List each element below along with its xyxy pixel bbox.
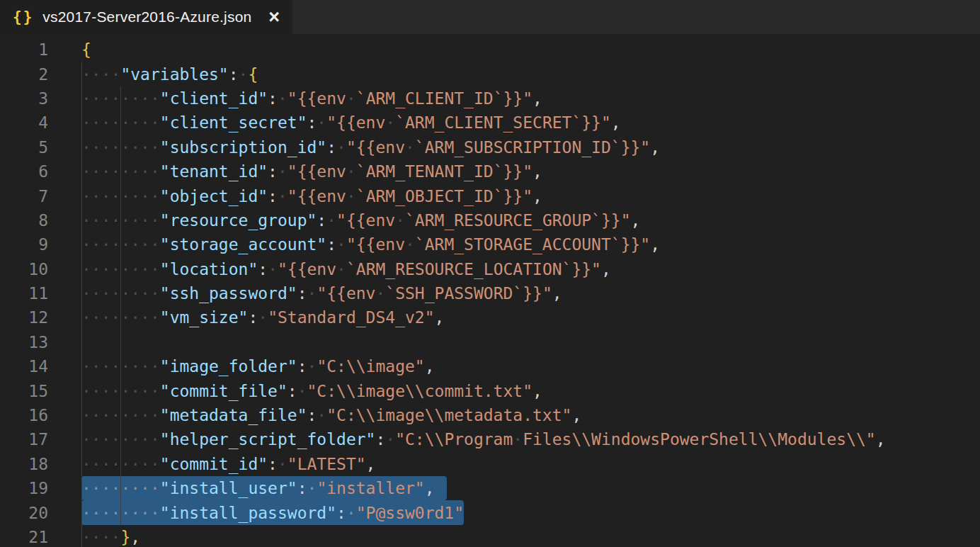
line-number[interactable]: 4 xyxy=(0,113,48,132)
code-line-text[interactable]: ········"client_id":·"{{env·`ARM_CLIENT_… xyxy=(81,86,542,111)
code-editor[interactable]: 1{2····"variables":·{3········"client_id… xyxy=(0,34,980,547)
token-ws: ········ xyxy=(81,89,160,108)
token-pun: : xyxy=(268,455,278,473)
code-line-text[interactable]: ····"variables":·{ xyxy=(81,62,258,86)
token-ws: ········ xyxy=(81,162,160,181)
line-number[interactable]: 5 xyxy=(0,138,48,157)
code-line-text[interactable]: ········"image_folder":·"C:\\image", xyxy=(81,354,435,378)
code-line-text[interactable]: ········"commit_file":·"C:\\image\\commi… xyxy=(81,378,542,402)
line-number[interactable]: 7 xyxy=(0,187,48,205)
code-line-text[interactable]: ········"vm_size":·"Standard_DS4_v2", xyxy=(81,305,444,329)
code-line[interactable]: 5········"subscription_id":·"{{env·`ARM_… xyxy=(0,135,980,159)
line-number[interactable]: 15 xyxy=(0,382,48,400)
code-line-text[interactable]: ····}, xyxy=(81,525,140,547)
token-brace: { xyxy=(81,40,91,59)
line-number[interactable]: 10 xyxy=(0,260,48,278)
code-line[interactable]: 6········"tenant_id":·"{{env·`ARM_TENANT… xyxy=(0,159,980,184)
code-line[interactable]: 18········"commit_id":·"LATEST", xyxy=(0,452,980,476)
code-line-text[interactable]: ········"location":·"{{env·`ARM_RESOURCE… xyxy=(81,257,611,281)
line-number[interactable]: 17 xyxy=(0,430,48,449)
code-line[interactable]: 17········"helper_script_folder":·"C:\\P… xyxy=(0,427,980,451)
token-pun: , xyxy=(425,479,435,497)
code-line[interactable]: 3········"client_id":·"{{env·`ARM_CLIENT… xyxy=(0,86,980,111)
tab-bar: {} vs2017-Server2016-Azure.json × xyxy=(0,0,980,34)
code-line[interactable]: 14········"image_folder":·"C:\\image", xyxy=(0,354,980,378)
token-str: "{{env xyxy=(336,211,395,230)
code-line[interactable]: 16········"metadata_file":·"C:\\image\\m… xyxy=(0,403,980,427)
token-str: "{{env xyxy=(346,138,405,157)
token-ws: · xyxy=(375,284,385,303)
token-ws: · xyxy=(346,89,356,108)
token-pun: , xyxy=(631,211,641,230)
token-pun: , xyxy=(532,187,542,205)
line-number[interactable]: 19 xyxy=(0,479,48,497)
code-line[interactable]: 21····}, xyxy=(0,525,980,547)
code-line[interactable]: 8········"resource_group":·"{{env·`ARM_R… xyxy=(0,208,980,232)
code-line[interactable]: 15········"commit_file":·"C:\\image\\com… xyxy=(0,378,980,402)
line-number[interactable]: 12 xyxy=(0,308,48,327)
code-line[interactable]: 10········"location":·"{{env·`ARM_RESOUR… xyxy=(0,257,980,281)
line-number[interactable]: 8 xyxy=(0,211,48,230)
code-line[interactable]: 1{ xyxy=(0,38,980,62)
token-ws: · xyxy=(268,260,278,278)
token-str: `ARM_RESOURCE_GROUP`}}" xyxy=(405,211,631,230)
code-line[interactable]: 7········"object_id":·"{{env·`ARM_OBJECT… xyxy=(0,184,980,208)
token-pun: : xyxy=(248,308,258,327)
line-number[interactable]: 13 xyxy=(0,333,48,351)
code-line[interactable]: 9········"storage_account":·"{{env·`ARM_… xyxy=(0,232,980,256)
code-line[interactable]: 4········"client_secret":·"{{env·`ARM_CL… xyxy=(0,111,980,135)
line-number[interactable]: 14 xyxy=(0,357,48,376)
code-line-text[interactable]: ········"commit_id":·"LATEST", xyxy=(81,452,375,476)
code-line[interactable]: 19········"install_user":·"installer", xyxy=(0,476,980,500)
code-line-text[interactable]: ········"client_secret":·"{{env·`ARM_CLI… xyxy=(81,111,621,135)
token-str: "{{env xyxy=(287,187,346,205)
line-number[interactable]: 21 xyxy=(0,528,48,546)
token-key: "storage_account" xyxy=(160,235,326,254)
token-ws: · xyxy=(346,187,356,205)
token-key: "client_id" xyxy=(160,89,268,108)
code-line[interactable]: 11········"ssh_password":·"{{env·`SSH_PA… xyxy=(0,281,980,305)
code-line[interactable]: 20········"install_password":·"P@ssw0rd1… xyxy=(0,500,980,524)
token-pun: , xyxy=(601,260,611,278)
line-number[interactable]: 1 xyxy=(0,40,48,59)
token-str: "LATEST" xyxy=(287,455,366,473)
code-line-text[interactable]: ········"object_id":·"{{env·`ARM_OBJECT_… xyxy=(81,184,542,208)
token-pun: : xyxy=(307,406,317,424)
code-line[interactable]: 13 xyxy=(0,330,980,354)
token-key: "object_id" xyxy=(160,187,268,205)
line-number[interactable]: 6 xyxy=(0,162,48,181)
token-str: "{{env xyxy=(346,235,405,254)
token-pun: : xyxy=(326,138,336,157)
code-line-text[interactable]: ········"install_password":·"P@ssw0rd1" xyxy=(81,500,464,524)
line-number[interactable]: 9 xyxy=(0,235,48,254)
code-line-text[interactable]: ········"metadata_file":·"C:\\image\\met… xyxy=(81,403,581,427)
token-str: `ARM_RESOURCE_LOCATION`}}" xyxy=(346,260,601,278)
close-icon[interactable]: × xyxy=(267,10,281,24)
line-number[interactable]: 11 xyxy=(0,284,48,303)
code-line-text[interactable]: ········"resource_group":·"{{env·`ARM_RE… xyxy=(81,208,640,232)
token-key: "ssh_password" xyxy=(160,284,297,303)
token-pun: : xyxy=(326,235,336,254)
line-number[interactable]: 3 xyxy=(0,89,48,108)
code-line-text[interactable]: ········"subscription_id":·"{{env·`ARM_S… xyxy=(81,135,660,159)
code-line-text[interactable]: ········"tenant_id":·"{{env·`ARM_TENANT_… xyxy=(81,159,542,184)
tab-vs2017-server2016-azure[interactable]: {} vs2017-Server2016-Azure.json × xyxy=(0,0,292,34)
code-line-text[interactable]: ········"install_user":·"installer", xyxy=(81,476,435,500)
token-str: "Standard_DS4_v2" xyxy=(268,308,434,327)
line-number[interactable]: 20 xyxy=(0,504,48,522)
code-line-text[interactable]: ········"ssh_password":·"{{env·`SSH_PASS… xyxy=(81,281,562,305)
token-pun: , xyxy=(650,235,660,254)
code-line-text[interactable]: ········"storage_account":·"{{env·`ARM_S… xyxy=(81,232,660,256)
code-line[interactable]: 12········"vm_size":·"Standard_DS4_v2", xyxy=(0,305,980,329)
token-ws: ········ xyxy=(81,260,160,278)
token-ws: ········ xyxy=(81,357,160,376)
token-str: `ARM_STORAGE_ACCOUNT`}}" xyxy=(415,235,650,254)
line-number[interactable]: 2 xyxy=(0,65,48,84)
line-number[interactable]: 16 xyxy=(0,406,48,424)
code-line-text[interactable]: ········"helper_script_folder":·"C:\\Pro… xyxy=(81,427,886,451)
token-pun: , xyxy=(532,382,542,400)
code-line-text[interactable]: { xyxy=(81,38,91,62)
code-line[interactable]: 2····"variables":·{ xyxy=(0,62,980,86)
line-number[interactable]: 18 xyxy=(0,455,48,473)
token-ws: ········ xyxy=(81,235,160,254)
